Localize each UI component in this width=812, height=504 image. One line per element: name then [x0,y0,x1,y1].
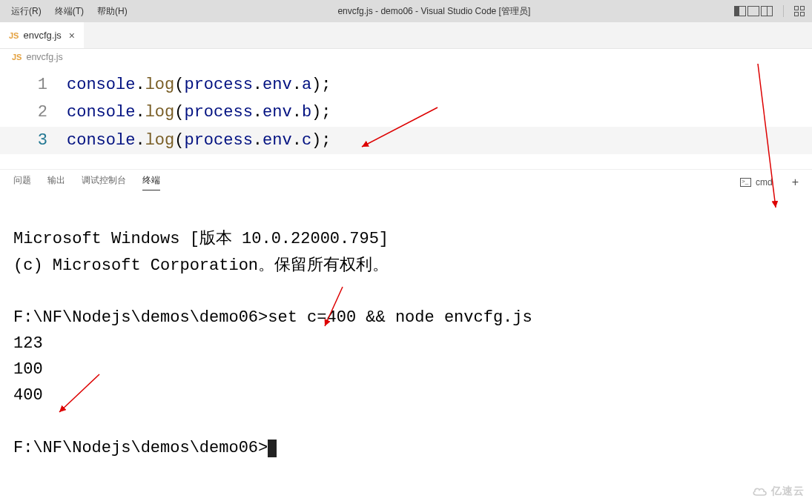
new-terminal-icon[interactable]: + [792,176,799,189]
breadcrumb-file: envcfg.js [26,52,62,62]
js-file-icon: JS [12,53,22,62]
breadcrumb[interactable]: JS envcfg.js [0,49,812,65]
code-line: 1 console.log(process.env.a); [0,71,812,99]
watermark: 亿速云 [752,485,805,498]
window-title: envcfg.js - demo06 - Visual Studio Code … [134,5,734,18]
js-file-icon: JS [9,31,19,40]
terminal-line: 123 [13,334,43,353]
menu-help[interactable]: 帮助(H) [90,5,134,18]
terminal-command: set c=400 && node envcfg.js [268,308,532,327]
terminal-prompt: F:\NF\Nodejs\demos\demo06> [13,308,268,327]
line-number: 2 [0,99,67,126]
customize-layout-icon[interactable] [794,6,808,16]
panel-tab-terminal[interactable]: 终端 [142,174,160,190]
separator [783,5,784,17]
code-text: console.log(process.env.b); [67,99,331,126]
code-line: 2 console.log(process.env.b); [0,99,812,126]
terminal-line: (c) Microsoft Corporation。保留所有权利。 [13,256,389,275]
terminal-line: Microsoft Windows [版本 10.0.22000.795] [13,230,389,248]
cloud-icon [752,485,768,497]
layout-icons [734,6,773,16]
code-text: console.log(process.env.c); [67,127,331,154]
terminal-prompt: F:\NF\Nodejs\demos\demo06> [13,439,268,457]
terminal-icon [740,178,751,187]
terminal-shell-name: cmd [756,177,773,188]
menu-run[interactable]: 运行(R) [4,5,48,18]
layout-left-icon[interactable] [734,6,746,16]
close-tab-icon[interactable]: × [69,30,75,42]
terminal-line: 400 [13,386,43,405]
layout-bottom-icon[interactable] [747,6,759,16]
panel-tab-bar: 问题 输出 调试控制台 终端 cmd + [0,169,812,194]
code-editor[interactable]: 1 console.log(process.env.a); 2 console.… [0,65,812,169]
titlebar: 运行(R) 终端(T) 帮助(H) envcfg.js - demo06 - V… [0,0,812,22]
panel-tab-debug[interactable]: 调试控制台 [82,174,126,190]
panel-tab-problems[interactable]: 问题 [13,174,31,190]
terminal-shell-selector[interactable]: cmd [740,177,773,188]
terminal-line: 100 [13,360,43,379]
line-number: 1 [0,71,67,99]
panel-tab-output[interactable]: 输出 [47,174,65,190]
code-text: console.log(process.env.a); [67,71,331,99]
titlebar-right [734,5,808,17]
line-number: 3 [0,127,67,154]
layout-right-icon[interactable] [761,6,773,16]
editor-tab-bar: JS envcfg.js × [0,22,812,49]
terminal-output[interactable]: Microsoft Windows [版本 10.0.22000.795] (c… [0,194,812,474]
tab-envcfg[interactable]: JS envcfg.js × [0,22,84,48]
menu-terminal[interactable]: 终端(T) [48,5,90,18]
code-line: 3 console.log(process.env.c); [0,127,812,154]
tab-label: envcfg.js [23,30,61,41]
menu-bar: 运行(R) 终端(T) 帮助(H) [4,5,134,18]
terminal-cursor [268,440,277,457]
